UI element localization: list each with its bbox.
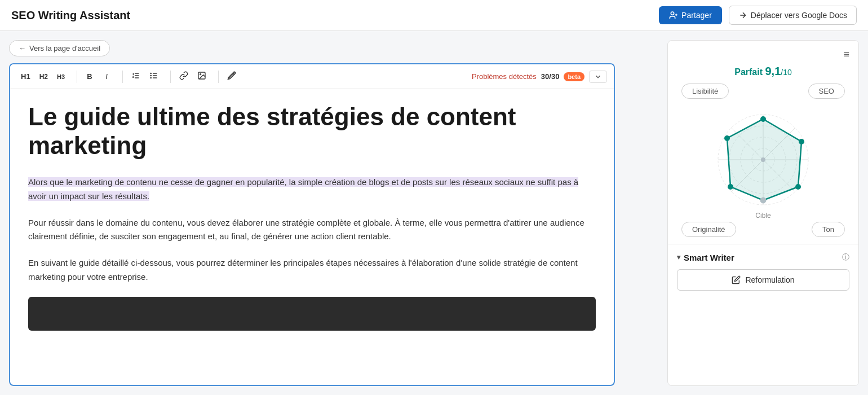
toolbar-divider-1 xyxy=(77,71,77,83)
ordered-list-button[interactable] xyxy=(127,69,144,84)
svg-point-30 xyxy=(728,184,733,190)
metrics-row-bottom: Originalité Ton xyxy=(668,222,858,244)
dark-image-block xyxy=(28,297,596,331)
unordered-list-icon xyxy=(149,71,158,80)
problems-dropdown-button[interactable] xyxy=(589,71,607,83)
problems-label: Problèmes détectés xyxy=(472,72,537,81)
app-title: SEO Writing Assistant xyxy=(11,9,130,22)
gdocs-button[interactable]: Déplacer vers Google Docs xyxy=(729,6,857,25)
svg-point-28 xyxy=(795,184,801,190)
svg-point-31 xyxy=(724,135,730,141)
bold-button[interactable]: B xyxy=(82,70,98,83)
toolbar-divider-3 xyxy=(170,71,171,83)
svg-point-10 xyxy=(150,75,151,76)
clear-format-icon xyxy=(227,71,236,80)
image-button[interactable] xyxy=(193,69,210,84)
back-button[interactable]: ← Vers la page d'accueil xyxy=(9,40,110,56)
editor-paragraph-2[interactable]: Pour réussir dans le domaine du contenu,… xyxy=(28,216,596,244)
heading-group: H1 H2 H3 xyxy=(17,70,69,83)
svg-point-29 xyxy=(760,198,766,203)
clear-format-button[interactable] xyxy=(223,69,240,84)
ton-button[interactable]: Ton xyxy=(812,222,845,237)
menu-icon[interactable]: ≡ xyxy=(843,49,849,60)
share-button[interactable]: Partager xyxy=(659,6,722,24)
link-icon xyxy=(179,71,188,80)
article-title[interactable]: Le guide ultime des stratégies de conten… xyxy=(28,103,596,160)
h2-button[interactable]: H2 xyxy=(36,71,52,83)
smart-writer-header: ▾ Smart Writer ⓘ xyxy=(677,252,849,262)
smart-writer-title: ▾ Smart Writer xyxy=(677,253,734,262)
svg-point-25 xyxy=(761,157,765,162)
link-button[interactable] xyxy=(175,69,192,84)
reformulation-button[interactable]: Reformulation xyxy=(677,269,849,291)
cible-label: Cible xyxy=(755,212,770,220)
score-area: Parfait 9,1/10 xyxy=(668,60,858,78)
share-icon xyxy=(669,11,678,20)
chevron-down-icon xyxy=(594,73,602,81)
originalite-button[interactable]: Originalité xyxy=(681,222,736,237)
format-group: B I xyxy=(82,70,114,83)
beta-badge: beta xyxy=(564,72,584,81)
problems-count: 30/30 xyxy=(541,72,560,81)
editor-toolbar: H1 H2 H3 B I xyxy=(10,64,614,89)
toolbar-divider-4 xyxy=(218,71,219,83)
italic-button[interactable]: I xyxy=(99,70,114,83)
list-group xyxy=(127,69,162,84)
svg-point-9 xyxy=(150,73,151,73)
arrow-left-icon: ← xyxy=(19,44,26,52)
radar-container: Cible xyxy=(668,99,858,222)
back-nav: ← Vers la page d'accueil xyxy=(9,40,658,56)
info-icon[interactable]: ⓘ xyxy=(842,252,849,262)
header: SEO Writing Assistant Partager Déplacer … xyxy=(0,0,868,31)
score-value: 9,1 xyxy=(765,65,781,77)
svg-point-11 xyxy=(150,77,151,78)
unordered-list-button[interactable] xyxy=(145,69,162,84)
edit-icon xyxy=(732,275,741,284)
metrics-row-top: Lisibilité SEO xyxy=(668,78,858,99)
main-layout: ← Vers la page d'accueil H1 H2 H3 B I xyxy=(0,31,868,395)
editor-panel: H1 H2 H3 B I xyxy=(9,63,615,386)
radar-chart xyxy=(707,103,820,216)
chevron-down-smart-icon: ▾ xyxy=(677,253,680,261)
score-denom: /10 xyxy=(781,68,791,77)
h1-button[interactable]: H1 xyxy=(17,70,34,83)
h3-button[interactable]: H3 xyxy=(53,71,69,82)
image-icon xyxy=(197,71,206,80)
highlighted-text: Alors que le marketing de contenu ne ces… xyxy=(28,177,578,201)
editor-paragraph-1[interactable]: Alors que le marketing de contenu ne ces… xyxy=(28,175,596,204)
right-panel-header: ≡ xyxy=(668,41,858,60)
export-icon xyxy=(738,11,747,20)
seo-button[interactable]: SEO xyxy=(808,84,845,99)
svg-point-27 xyxy=(799,139,804,144)
editor-paragraph-3[interactable]: En suivant le guide détaillé ci-dessous,… xyxy=(28,256,596,284)
svg-point-26 xyxy=(760,116,766,122)
svg-point-0 xyxy=(671,12,674,15)
media-group xyxy=(175,69,210,84)
ordered-list-icon xyxy=(131,71,140,80)
problems-area: Problèmes détectés 30/30 beta xyxy=(472,71,607,83)
smart-writer-section: ▾ Smart Writer ⓘ Reformulation xyxy=(668,244,858,296)
lisibilite-button[interactable]: Lisibilité xyxy=(681,84,729,99)
toolbar-divider-2 xyxy=(122,71,123,83)
score-label: Parfait xyxy=(734,67,763,77)
header-actions: Partager Déplacer vers Google Docs xyxy=(659,6,857,25)
right-panel: ≡ Parfait 9,1/10 Lisibilité SEO xyxy=(667,40,859,386)
editor-content[interactable]: Le guide ultime des stratégies de conten… xyxy=(10,89,614,385)
svg-line-15 xyxy=(228,72,235,79)
svg-point-13 xyxy=(200,74,201,75)
